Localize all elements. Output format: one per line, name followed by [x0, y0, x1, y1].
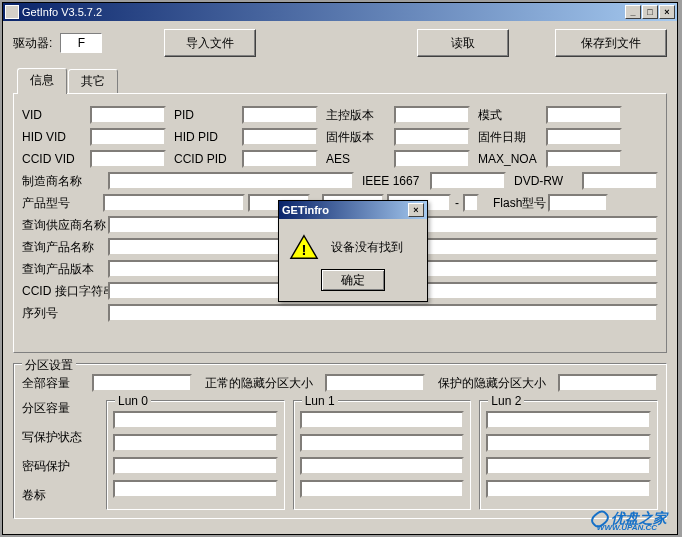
watermark: 优盘之家 WWW.UPAN.CC — [591, 510, 667, 528]
lun2-vol[interactable] — [486, 480, 651, 498]
maxnoa-label: MAX_NOA — [478, 152, 538, 166]
hidpid-input[interactable] — [242, 128, 318, 146]
drive-input[interactable] — [60, 33, 102, 53]
wpstate-label: 写保护状态 — [22, 429, 92, 447]
maximize-button[interactable]: □ — [642, 5, 658, 19]
minimize-button[interactable]: _ — [625, 5, 641, 19]
app-icon — [5, 5, 19, 19]
ccidpid-input[interactable] — [242, 150, 318, 168]
dialog-close-button[interactable]: × — [408, 203, 424, 217]
dialog-titlebar[interactable]: GETinfro × — [279, 201, 427, 219]
drive-label: 驱动器: — [13, 35, 52, 52]
lun1-vol[interactable] — [300, 480, 465, 498]
mfr-label: 制造商名称 — [22, 173, 100, 190]
normalhid-input[interactable] — [325, 374, 425, 392]
tab-info[interactable]: 信息 — [17, 68, 67, 94]
lun0-pwd[interactable] — [113, 457, 278, 475]
prod-input1[interactable] — [103, 194, 245, 212]
aes-input[interactable] — [394, 150, 470, 168]
hidpid-label: HID PID — [174, 130, 234, 144]
fwver-input[interactable] — [394, 128, 470, 146]
lun0-cap[interactable] — [113, 411, 278, 429]
partition-group: 分区设置 全部容量 正常的隐藏分区大小 保护的隐藏分区大小 分区容量 写保护状态… — [13, 363, 667, 519]
flash-label: Flash型号 — [493, 195, 545, 212]
dvdrw-label: DVD-RW — [514, 174, 574, 188]
totalcap-input[interactable] — [92, 374, 192, 392]
hidvid-input[interactable] — [90, 128, 166, 146]
lun2-wp[interactable] — [486, 434, 651, 452]
lun1-wp[interactable] — [300, 434, 465, 452]
ccidvid-input[interactable] — [90, 150, 166, 168]
normalhid-label: 正常的隐藏分区大小 — [202, 375, 315, 392]
lun1-cap[interactable] — [300, 411, 465, 429]
ieee-input[interactable] — [430, 172, 506, 190]
watermark-url: WWW.UPAN.CC — [597, 523, 657, 532]
lun0-group: Lun 0 — [106, 400, 285, 510]
lun2-cap[interactable] — [486, 411, 651, 429]
flash-input[interactable] — [548, 194, 608, 212]
ccidpid-label: CCID PID — [174, 152, 234, 166]
dialog-ok-button[interactable]: 确定 — [321, 269, 385, 291]
dialog-title: GETinfro — [282, 204, 408, 216]
fwdate-label: 固件日期 — [478, 129, 538, 146]
qvendor-label: 查询供应商名称 — [22, 217, 100, 234]
fwver-label: 固件版本 — [326, 129, 386, 146]
ccidstr-label: CCID 接口字符串 — [22, 283, 100, 300]
lun0-wp[interactable] — [113, 434, 278, 452]
lun1-pwd[interactable] — [300, 457, 465, 475]
mfr-input[interactable] — [108, 172, 354, 190]
pid-label: PID — [174, 108, 234, 122]
prod-input5[interactable] — [463, 194, 479, 212]
maxnoa-input[interactable] — [546, 150, 622, 168]
read-button[interactable]: 读取 — [417, 29, 509, 57]
dvdrw-input[interactable] — [582, 172, 658, 190]
lun2-pwd[interactable] — [486, 457, 651, 475]
partcap-label: 分区容量 — [22, 400, 92, 418]
prothid-input[interactable] — [558, 374, 658, 392]
window-title: GetInfo V3.5.7.2 — [22, 6, 625, 18]
alert-dialog: GETinfro × ! 设备没有找到 确定 — [278, 200, 428, 302]
tab-other[interactable]: 其它 — [68, 69, 118, 93]
lun0-vol[interactable] — [113, 480, 278, 498]
lun2-title: Lun 2 — [488, 394, 524, 408]
qversion-label: 查询产品版本 — [22, 261, 100, 278]
dialog-message: 设备没有找到 — [331, 239, 403, 256]
ctrlver-input[interactable] — [394, 106, 470, 124]
ctrlver-label: 主控版本 — [326, 107, 386, 124]
totalcap-label: 全部容量 — [22, 375, 82, 392]
dash: - — [454, 196, 460, 210]
prothid-label: 保护的隐藏分区大小 — [435, 375, 548, 392]
vid-input[interactable] — [90, 106, 166, 124]
lun1-title: Lun 1 — [302, 394, 338, 408]
lun1-group: Lun 1 — [293, 400, 472, 510]
import-button[interactable]: 导入文件 — [164, 29, 256, 57]
qproduct-label: 查询产品名称 — [22, 239, 100, 256]
lun2-group: Lun 2 — [479, 400, 658, 510]
ccidvid-label: CCID VID — [22, 152, 82, 166]
ieee-label: IEEE 1667 — [362, 174, 422, 188]
titlebar[interactable]: GetInfo V3.5.7.2 _ □ × — [3, 3, 677, 21]
mode-input[interactable] — [546, 106, 622, 124]
volume-label: 卷标 — [22, 487, 92, 505]
svg-text:!: ! — [302, 241, 307, 258]
aes-label: AES — [326, 152, 386, 166]
mode-label: 模式 — [478, 107, 538, 124]
pwd-label: 密码保护 — [22, 458, 92, 476]
serial-label: 序列号 — [22, 305, 100, 322]
warning-icon: ! — [289, 233, 319, 261]
partition-title: 分区设置 — [22, 357, 76, 374]
serial-input[interactable] — [108, 304, 658, 322]
hidvid-label: HID VID — [22, 130, 82, 144]
lun0-title: Lun 0 — [115, 394, 151, 408]
vid-label: VID — [22, 108, 82, 122]
save-button[interactable]: 保存到文件 — [555, 29, 667, 57]
pid-input[interactable] — [242, 106, 318, 124]
prod-label: 产品型号 — [22, 195, 100, 212]
fwdate-input[interactable] — [546, 128, 622, 146]
close-button[interactable]: × — [659, 5, 675, 19]
